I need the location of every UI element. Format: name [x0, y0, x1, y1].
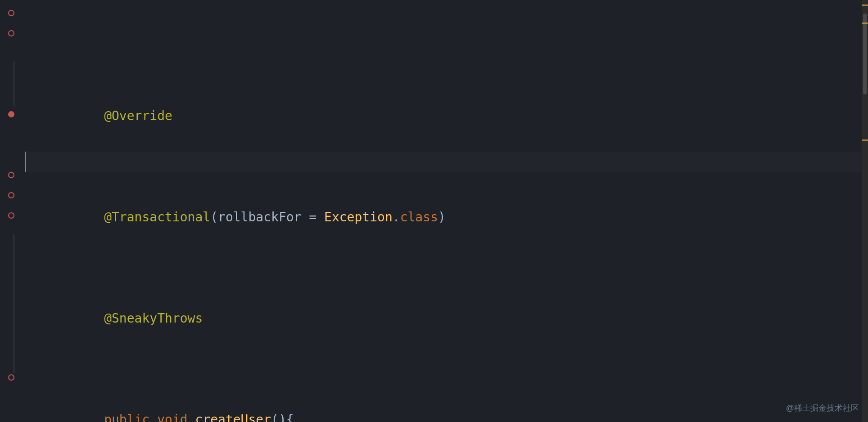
watermark: @稀土掘金技术社区 [786, 402, 859, 415]
gutter-marker-9 [7, 171, 16, 180]
token-annotation-1: @Override [104, 108, 172, 123]
token-annotation-3: @SneakyThrows [104, 311, 203, 326]
scrollbar[interactable] [862, 0, 868, 422]
gutter-marker-1 [7, 9, 16, 18]
scrollbar-thumb[interactable] [863, 13, 867, 94]
gutter-marker-10 [7, 191, 16, 200]
gutter-marker-20 [7, 373, 16, 382]
code-line-3: @SneakyThrows [32, 288, 859, 308]
gutter [0, 0, 25, 422]
fold-line-1 [14, 61, 14, 106]
code-line-1: @Override [32, 85, 859, 106]
scrollbar-marker-1 [862, 4, 868, 6]
scrollbar-marker-2 [862, 22, 868, 24]
scrollbar-marker-3 [862, 139, 868, 141]
gutter-marker-6 [7, 110, 16, 119]
token-annotation-2: @Transactional [104, 210, 210, 224]
code-line-2: @Transactional(rollbackFor = Exception.c… [32, 187, 859, 207]
fold-line-2 [14, 234, 14, 373]
code-line-4: public void createUser(){ [32, 389, 859, 409]
editor-container: @Override @Transactional(rollbackFor = E… [0, 0, 868, 422]
gutter-marker-2 [7, 29, 16, 38]
code-content: @Override @Transactional(rollbackFor = E… [32, 4, 859, 422]
gutter-marker-11 [7, 211, 16, 220]
